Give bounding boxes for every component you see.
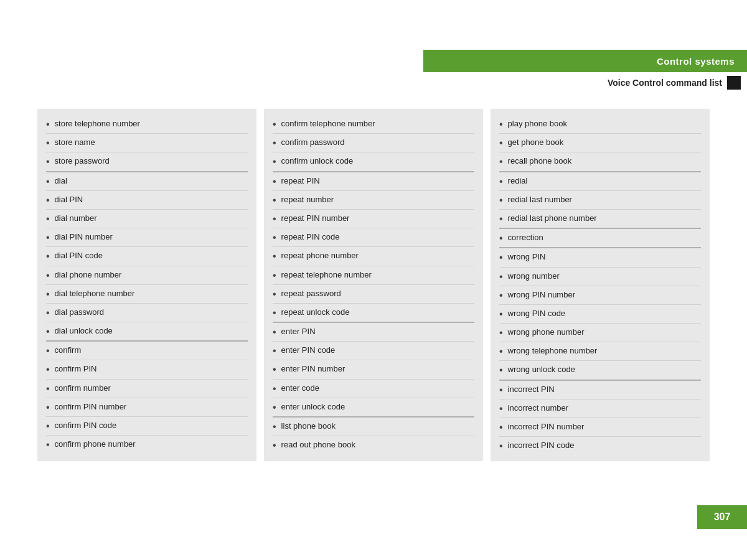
list-item-label: dial PIN code (55, 250, 103, 261)
page-number: 307 (697, 505, 747, 529)
list-item-label: repeat number (281, 194, 334, 205)
list-item: •repeat phone number (273, 247, 474, 266)
list-item-label: enter unlock code (281, 401, 345, 413)
column-3: •play phone book•get phone book•recall p… (491, 109, 710, 461)
list-item-label: incorrect PIN number (508, 421, 585, 432)
bullet-icon: • (273, 383, 276, 394)
list-item-label: store password (55, 156, 110, 167)
list-item-label: read out phone book (281, 439, 355, 450)
list-item-label: wrong PIN (508, 251, 546, 263)
bullet-icon: • (46, 118, 50, 130)
main-content: •store telephone number•store name•store… (37, 109, 710, 461)
list-item: •confirm telephone number (273, 115, 474, 134)
list-item-label: repeat PIN code (281, 231, 340, 243)
list-item-label: dial telephone number (55, 288, 135, 299)
list-item-label: wrong PIN code (508, 308, 566, 319)
sub-header: Voice Control command list (423, 72, 747, 93)
list-item: •dial telephone number (46, 285, 248, 304)
list-item-label: dial (55, 175, 67, 187)
bullet-icon: • (499, 251, 503, 263)
list-item-label: incorrect number (508, 403, 569, 414)
bullet-icon: • (273, 345, 276, 357)
list-item-label: play phone book (508, 118, 567, 129)
list-item: •wrong PIN number (499, 286, 701, 305)
list-item-label: enter PIN number (281, 363, 345, 375)
bullet-icon: • (46, 439, 50, 450)
bullet-icon: • (499, 327, 503, 338)
list-item: •confirm password (273, 134, 474, 152)
list-item-label: confirm number (55, 383, 111, 394)
list-item: •confirm PIN (46, 360, 248, 379)
list-item: •repeat unlock code (273, 304, 474, 323)
bullet-icon: • (46, 175, 50, 187)
bullet-icon: • (499, 118, 503, 130)
list-item-label: enter PIN code (281, 345, 336, 356)
list-item-label: repeat password (281, 288, 341, 299)
list-item: •wrong number (499, 268, 701, 286)
list-item-label: store telephone number (55, 118, 140, 129)
list-item-label: list phone book (281, 421, 336, 432)
list-item: •repeat telephone number (273, 266, 474, 285)
list-item: •read out phone book (273, 436, 474, 454)
bullet-icon: • (273, 363, 276, 375)
list-item-label: enter PIN (281, 326, 316, 337)
bullet-icon: • (499, 384, 503, 396)
list-item: •repeat number (273, 191, 474, 210)
list-item-label: confirm phone number (55, 439, 136, 450)
list-item-label: confirm telephone number (281, 118, 375, 129)
bullet-icon: • (46, 194, 50, 206)
list-item-label: confirm PIN number (55, 401, 127, 413)
bullet-icon: • (46, 325, 50, 337)
list-item-label: confirm password (281, 137, 345, 148)
bullet-icon: • (499, 403, 503, 414)
list-item-label: dial phone number (55, 269, 122, 281)
list-item: •incorrect number (499, 399, 701, 418)
bullet-icon: • (273, 175, 276, 187)
column-2: •confirm telephone number•confirm passwo… (264, 109, 483, 461)
bullet-icon: • (46, 363, 50, 375)
bullet-icon: • (273, 288, 276, 300)
list-item: •dial PIN code (46, 247, 248, 266)
bullet-icon: • (273, 194, 276, 206)
list-item-label: recall phone book (508, 156, 572, 167)
bullet-icon: • (46, 137, 50, 149)
bullet-icon: • (273, 439, 276, 451)
list-item: •wrong unlock code (499, 361, 701, 380)
list-item: •store telephone number (46, 115, 248, 134)
list-item: •confirm unlock code (273, 152, 474, 172)
list-item: •confirm (46, 342, 248, 360)
list-item: •dial (46, 172, 248, 191)
list-item: •store name (46, 134, 248, 152)
list-item-label: dial PIN (55, 194, 83, 205)
list-item: •confirm phone number (46, 436, 248, 454)
bullet-icon: • (273, 156, 276, 167)
bullet-icon: • (499, 137, 503, 149)
bullet-icon: • (46, 288, 50, 300)
list-item: •wrong telephone number (499, 342, 701, 361)
list-item: •redial last number (499, 191, 701, 210)
bullet-icon: • (273, 137, 276, 149)
list-item-label: repeat PIN number (281, 213, 350, 224)
list-item: •repeat PIN (273, 172, 474, 191)
list-item-label: incorrect PIN (508, 384, 555, 395)
bullet-icon: • (273, 326, 276, 338)
bullet-icon: • (46, 250, 50, 262)
list-item: •repeat PIN number (273, 210, 474, 228)
list-item-label: dial unlock code (55, 325, 113, 337)
bullet-icon: • (499, 156, 503, 167)
list-item-label: confirm PIN code (55, 420, 117, 431)
bullet-icon: • (46, 156, 50, 167)
bullet-icon: • (499, 440, 503, 452)
bullet-icon: • (46, 401, 50, 413)
bullet-icon: • (46, 420, 50, 432)
list-item: •get phone book (499, 134, 701, 152)
bullet-icon: • (499, 232, 503, 244)
list-item: •incorrect PIN code (499, 437, 701, 455)
list-item: •dial PIN (46, 191, 248, 210)
list-item-label: wrong unlock code (508, 364, 575, 375)
bullet-icon: • (499, 194, 503, 206)
list-item-label: dial PIN number (55, 231, 113, 243)
bullet-icon: • (46, 383, 50, 394)
list-item: •incorrect PIN (499, 381, 701, 399)
list-item: •play phone book (499, 115, 701, 134)
